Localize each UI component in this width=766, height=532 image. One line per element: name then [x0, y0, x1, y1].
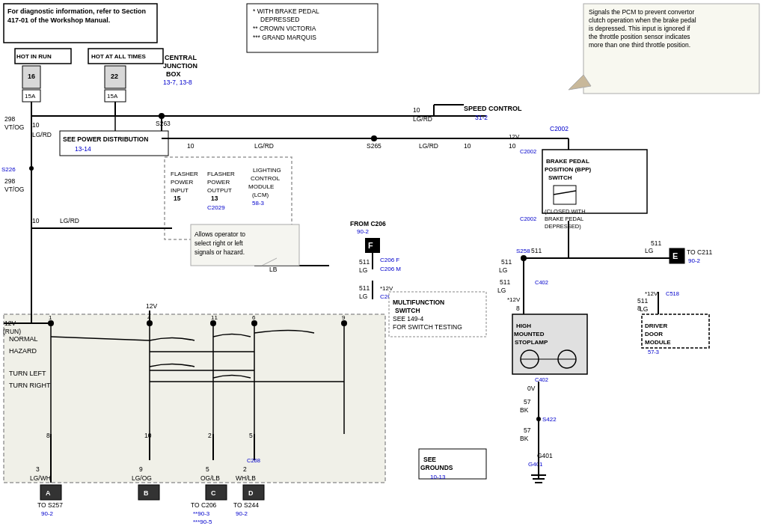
svg-text:**  CROWN VICTORIA: ** CROWN VICTORIA	[253, 25, 316, 32]
svg-text:(LCM): (LCM)	[252, 192, 269, 198]
svg-text:SEE: SEE	[423, 456, 436, 463]
svg-text:5: 5	[249, 432, 253, 439]
svg-text:is depressed.  This input is i: is depressed. This input is ignored if	[589, 25, 690, 32]
svg-text:22: 22	[111, 73, 118, 80]
svg-text:9: 9	[139, 465, 143, 473]
svg-text:S226: S226	[1, 166, 16, 173]
svg-text:C2002: C2002	[520, 148, 536, 155]
svg-text:GROUNDS: GROUNDS	[420, 464, 453, 471]
svg-text:1: 1	[49, 314, 52, 321]
svg-text:MULTIFUNCTION: MULTIFUNCTION	[393, 299, 444, 306]
svg-text:DEPRESSED: DEPRESSED	[260, 16, 299, 23]
svg-text:417-01 of the Workshop Manual.: 417-01 of the Workshop Manual.	[7, 16, 110, 24]
svg-text:MODULE: MODULE	[645, 339, 671, 346]
svg-text:NORMAL: NORMAL	[9, 335, 38, 343]
svg-rect-152	[40, 485, 61, 500]
svg-text:HOT IN RUN: HOT IN RUN	[16, 53, 52, 60]
svg-text:13-14: 13-14	[75, 145, 91, 153]
svg-rect-158	[138, 485, 159, 500]
svg-text:C2002: C2002	[520, 215, 536, 222]
svg-text:*  WITH BRAKE PEDAL: * WITH BRAKE PEDAL	[253, 7, 319, 15]
svg-text:10: 10	[32, 217, 40, 224]
svg-text:511: 511	[500, 278, 510, 286]
svg-text:signals or hazard.: signals or hazard.	[194, 248, 245, 256]
svg-text:*12V: *12V	[645, 290, 658, 297]
svg-text:B: B	[144, 489, 149, 497]
svg-text:***  GRAND MARQUIS: *** GRAND MARQUIS	[253, 34, 316, 41]
svg-text:FROM C206: FROM C206	[350, 220, 386, 227]
svg-text:511: 511	[651, 239, 661, 247]
svg-text:90-2: 90-2	[41, 510, 54, 517]
svg-text:C268: C268	[247, 457, 260, 464]
svg-text:***90-5: ***90-5	[193, 519, 212, 525]
svg-text:13: 13	[211, 195, 218, 202]
svg-text:DEPRESSED): DEPRESSED)	[545, 223, 581, 230]
svg-text:TO C206: TO C206	[191, 501, 217, 509]
svg-text:15: 15	[174, 195, 181, 202]
svg-text:511: 511	[359, 284, 370, 292]
svg-text:15A: 15A	[107, 93, 118, 100]
svg-text:LG/RD: LG/RD	[60, 217, 79, 224]
svg-text:SWITCH: SWITCH	[395, 307, 420, 314]
svg-text:C2029: C2029	[207, 204, 225, 211]
svg-text:WH/LB: WH/LB	[236, 474, 256, 482]
svg-text:OG/LB: OG/LB	[200, 474, 220, 482]
svg-text:G401: G401	[528, 461, 543, 468]
svg-text:S265: S265	[367, 142, 382, 150]
svg-text:more than one third throttle p: more than one third throttle position.	[589, 41, 690, 49]
svg-point-233	[536, 417, 541, 421]
svg-text:OUTPUT: OUTPUT	[207, 187, 232, 194]
svg-text:TURN LEFT: TURN LEFT	[9, 370, 46, 377]
svg-rect-162	[206, 485, 227, 500]
svg-text:FLASHER: FLASHER	[171, 171, 198, 177]
svg-text:POSITION (BPP): POSITION (BPP)	[545, 166, 592, 173]
svg-text:LG/RD: LG/RD	[32, 131, 52, 138]
svg-text:LG: LG	[359, 266, 367, 274]
svg-text:CENTRAL: CENTRAL	[165, 54, 197, 61]
svg-text:JUNCTION: JUNCTION	[163, 62, 197, 70]
svg-text:LG/WH: LG/WH	[30, 474, 51, 482]
svg-text:2: 2	[208, 432, 212, 439]
svg-text:5: 5	[206, 465, 209, 473]
svg-text:LG: LG	[359, 293, 367, 300]
svg-text:SEE 149-4: SEE 149-4	[393, 315, 423, 322]
svg-text:DRIVER: DRIVER	[645, 322, 667, 329]
svg-text:C206 F: C206 F	[380, 257, 399, 263]
svg-text:SPEED CONTROL: SPEED CONTROL	[464, 105, 522, 112]
svg-text:511: 511	[531, 247, 542, 254]
svg-text:LG/OG: LG/OG	[132, 474, 152, 482]
svg-text:(CLOSED WITH: (CLOSED WITH	[545, 208, 586, 215]
svg-text:LG/RD: LG/RD	[413, 115, 432, 123]
svg-text:HOT AT ALL TIMES: HOT AT ALL TIMES	[91, 53, 147, 60]
svg-text:6: 6	[252, 314, 256, 321]
svg-text:*12V: *12V	[380, 285, 393, 292]
svg-text:8: 8	[516, 305, 520, 312]
svg-text:LIGHTING: LIGHTING	[253, 167, 281, 174]
svg-text:HAZARD: HAZARD	[9, 347, 37, 355]
svg-text:11: 11	[211, 314, 218, 321]
svg-text:POWER: POWER	[207, 179, 230, 186]
svg-text:MODULE: MODULE	[248, 183, 274, 190]
svg-text:C402: C402	[535, 376, 548, 383]
svg-text:POWER: POWER	[171, 179, 193, 186]
svg-text:511: 511	[501, 258, 512, 266]
svg-text:STOPLAMP: STOPLAMP	[515, 339, 548, 346]
svg-text:(RUN): (RUN)	[3, 328, 21, 335]
svg-text:G401: G401	[537, 452, 553, 459]
svg-text:C206 M: C206 M	[380, 266, 401, 272]
svg-text:90-2: 90-2	[357, 228, 370, 235]
svg-text:511: 511	[637, 297, 648, 305]
svg-text:10: 10	[187, 142, 194, 150]
svg-text:S263: S263	[156, 120, 171, 127]
svg-text:57: 57	[524, 426, 531, 434]
svg-text:INPUT: INPUT	[171, 187, 189, 194]
svg-text:TURN RIGHT: TURN RIGHT	[9, 382, 51, 389]
svg-text:10: 10	[464, 142, 471, 150]
svg-text:C: C	[211, 489, 216, 497]
svg-text:FOR SWITCH TESTING: FOR SWITCH TESTING	[393, 323, 462, 331]
svg-text:For diagnostic information, re: For diagnostic information, refer to Sec…	[7, 7, 146, 15]
svg-text:D: D	[248, 489, 254, 497]
svg-text:16: 16	[28, 73, 35, 80]
svg-text:31-2: 31-2	[475, 114, 488, 121]
svg-text:13-7, 13-8: 13-7, 13-8	[163, 79, 192, 86]
